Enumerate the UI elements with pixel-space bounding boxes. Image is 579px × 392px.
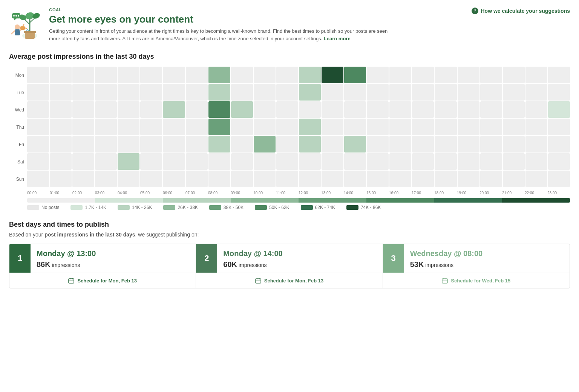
heatmap-cell-sun-10[interactable] — [254, 171, 276, 187]
heatmap-cell-thu-11[interactable] — [276, 119, 298, 135]
heatmap-cell-tue-8[interactable] — [208, 84, 230, 101]
heatmap-cell-sun-9[interactable] — [231, 171, 253, 187]
heatmap-cell-tue-23[interactable] — [548, 84, 570, 101]
heatmap-cell-thu-5[interactable] — [140, 119, 162, 135]
heatmap-cell-fri-21[interactable] — [503, 136, 525, 153]
heatmap-cell-sun-4[interactable] — [118, 171, 139, 187]
heatmap-cell-thu-14[interactable] — [344, 119, 366, 135]
heatmap-cell-wed-14[interactable] — [344, 101, 366, 118]
heatmap-cell-fri-19[interactable] — [458, 136, 479, 153]
heatmap-cell-tue-13[interactable] — [322, 84, 343, 101]
heatmap-cell-tue-21[interactable] — [503, 84, 525, 101]
heatmap-cell-sat-18[interactable] — [435, 153, 456, 170]
heatmap-cell-thu-2[interactable] — [72, 119, 94, 135]
heatmap-cell-wed-19[interactable] — [458, 101, 479, 118]
heatmap-cell-sat-4[interactable] — [118, 153, 139, 170]
heatmap-cell-mon-2[interactable] — [72, 67, 94, 83]
heatmap-cell-sat-15[interactable] — [367, 153, 389, 170]
heatmap-cell-tue-9[interactable] — [231, 84, 253, 101]
heatmap-cell-sun-16[interactable] — [389, 171, 411, 187]
heatmap-cell-fri-14[interactable] — [344, 136, 366, 153]
heatmap-cell-mon-6[interactable] — [163, 67, 185, 83]
heatmap-cell-fri-10[interactable] — [254, 136, 276, 153]
heatmap-cell-wed-10[interactable] — [254, 101, 276, 118]
heatmap-cell-tue-22[interactable] — [525, 84, 547, 101]
heatmap-cell-thu-23[interactable] — [548, 119, 570, 135]
heatmap-cell-mon-21[interactable] — [503, 67, 525, 83]
heatmap-cell-mon-8[interactable] — [208, 67, 230, 83]
heatmap-cell-thu-1[interactable] — [50, 119, 72, 135]
heatmap-cell-tue-6[interactable] — [163, 84, 185, 101]
heatmap-cell-wed-2[interactable] — [72, 101, 94, 118]
heatmap-cell-tue-3[interactable] — [95, 84, 117, 101]
heatmap-cell-tue-4[interactable] — [118, 84, 139, 101]
heatmap-cell-thu-18[interactable] — [435, 119, 456, 135]
heatmap-cell-sun-12[interactable] — [299, 171, 321, 187]
heatmap-cell-thu-3[interactable] — [95, 119, 117, 135]
heatmap-cell-fri-5[interactable] — [140, 136, 162, 153]
heatmap-cell-thu-17[interactable] — [412, 119, 434, 135]
heatmap-cell-sun-13[interactable] — [322, 171, 343, 187]
heatmap-cell-tue-16[interactable] — [389, 84, 411, 101]
heatmap-cell-sat-23[interactable] — [548, 153, 570, 170]
heatmap-cell-mon-19[interactable] — [458, 67, 479, 83]
heatmap-cell-sat-14[interactable] — [344, 153, 366, 170]
heatmap-cell-mon-4[interactable] — [118, 67, 139, 83]
heatmap-cell-thu-8[interactable] — [208, 119, 230, 135]
heatmap-cell-sat-2[interactable] — [72, 153, 94, 170]
heatmap-cell-sat-19[interactable] — [458, 153, 479, 170]
heatmap-cell-wed-0[interactable] — [27, 101, 49, 118]
heatmap-cell-sat-1[interactable] — [50, 153, 72, 170]
heatmap-cell-mon-1[interactable] — [50, 67, 72, 83]
heatmap-cell-fri-6[interactable] — [163, 136, 185, 153]
heatmap-cell-wed-6[interactable] — [163, 101, 185, 118]
heatmap-cell-wed-3[interactable] — [95, 101, 117, 118]
heatmap-cell-sat-13[interactable] — [322, 153, 343, 170]
heatmap-cell-wed-16[interactable] — [389, 101, 411, 118]
heatmap-cell-sat-17[interactable] — [412, 153, 434, 170]
how-calculate-button[interactable]: ? How we calculate your suggestions — [472, 8, 570, 14]
heatmap-cell-wed-20[interactable] — [480, 101, 502, 118]
heatmap-cell-fri-16[interactable] — [389, 136, 411, 153]
suggestion-schedule-2[interactable]: Schedule for Mon, Feb 13 — [196, 273, 382, 288]
heatmap-cell-sat-22[interactable] — [525, 153, 547, 170]
heatmap-cell-fri-13[interactable] — [322, 136, 343, 153]
heatmap-cell-wed-22[interactable] — [525, 101, 547, 118]
heatmap-cell-tue-10[interactable] — [254, 84, 276, 101]
heatmap-cell-fri-11[interactable] — [276, 136, 298, 153]
heatmap-cell-tue-1[interactable] — [50, 84, 72, 101]
heatmap-cell-sun-11[interactable] — [276, 171, 298, 187]
heatmap-cell-fri-1[interactable] — [50, 136, 72, 153]
heatmap-cell-thu-7[interactable] — [186, 119, 208, 135]
heatmap-cell-wed-7[interactable] — [186, 101, 208, 118]
heatmap-cell-fri-23[interactable] — [548, 136, 570, 153]
heatmap-cell-sun-21[interactable] — [503, 171, 525, 187]
heatmap-cell-mon-17[interactable] — [412, 67, 434, 83]
heatmap-cell-tue-11[interactable] — [276, 84, 298, 101]
heatmap-cell-fri-12[interactable] — [299, 136, 321, 153]
heatmap-cell-wed-1[interactable] — [50, 101, 72, 118]
heatmap-cell-tue-17[interactable] — [412, 84, 434, 101]
heatmap-cell-tue-14[interactable] — [344, 84, 366, 101]
heatmap-cell-mon-22[interactable] — [525, 67, 547, 83]
heatmap-cell-mon-14[interactable] — [344, 67, 366, 83]
heatmap-cell-sun-1[interactable] — [50, 171, 72, 187]
heatmap-cell-sun-19[interactable] — [458, 171, 479, 187]
heatmap-cell-fri-8[interactable] — [208, 136, 230, 153]
heatmap-cell-wed-17[interactable] — [412, 101, 434, 118]
heatmap-cell-tue-7[interactable] — [186, 84, 208, 101]
heatmap-cell-sat-7[interactable] — [186, 153, 208, 170]
heatmap-cell-sat-6[interactable] — [163, 153, 185, 170]
heatmap-cell-tue-0[interactable] — [27, 84, 49, 101]
heatmap-cell-thu-19[interactable] — [458, 119, 479, 135]
heatmap-cell-sat-20[interactable] — [480, 153, 502, 170]
heatmap-cell-wed-23[interactable] — [548, 101, 570, 118]
heatmap-cell-mon-15[interactable] — [367, 67, 389, 83]
heatmap-cell-thu-15[interactable] — [367, 119, 389, 135]
heatmap-cell-mon-5[interactable] — [140, 67, 162, 83]
heatmap-cell-sat-9[interactable] — [231, 153, 253, 170]
heatmap-cell-sat-12[interactable] — [299, 153, 321, 170]
heatmap-cell-sun-2[interactable] — [72, 171, 94, 187]
heatmap-cell-sun-15[interactable] — [367, 171, 389, 187]
heatmap-cell-fri-4[interactable] — [118, 136, 139, 153]
